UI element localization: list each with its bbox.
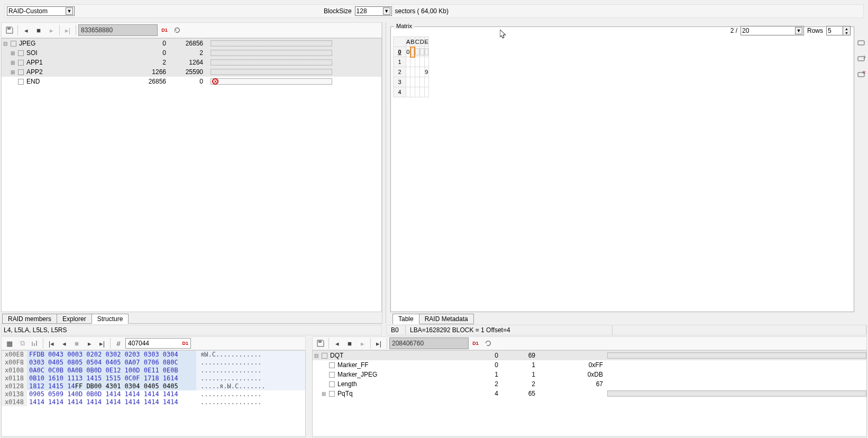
- matrix-grid[interactable]: A B C D E 0 0 1: [393, 36, 429, 267]
- checkbox[interactable]: [11, 41, 16, 47]
- matrix-cell[interactable]: [424, 77, 428, 87]
- tab-explorer[interactable]: Explorer: [57, 314, 92, 324]
- struct-row[interactable]: ⊞PqTq465: [313, 389, 866, 398]
- checkbox[interactable]: [322, 353, 327, 359]
- matrix-cell[interactable]: [410, 57, 415, 67]
- checkbox[interactable]: [329, 381, 335, 387]
- matrix-row-header[interactable]: 3: [394, 77, 406, 87]
- step-forward-icon[interactable]: ▸: [45, 24, 57, 36]
- save-icon[interactable]: [315, 337, 326, 349]
- matrix-row-header[interactable]: 2: [394, 67, 406, 77]
- checkbox[interactable]: [329, 362, 335, 368]
- expand-icon[interactable]: ⊞: [320, 391, 327, 397]
- hex-line[interactable]: x00F80303 0405 0805 0504 0405 0A07 0706 …: [2, 359, 305, 367]
- matrix-cell[interactable]: [410, 87, 415, 97]
- stop-icon[interactable]: ■: [344, 337, 355, 349]
- matrix-cell[interactable]: [419, 87, 424, 97]
- disk-red-icon[interactable]: D1: [159, 24, 170, 36]
- hex-line[interactable]: x01180B10 1610 1113 1415 1515 0C0F 1718 …: [2, 375, 305, 382]
- structure-tree[interactable]: ⊟ JPEG 0 26856 ⊞ SOI 0 2 ⊞ APP1: [1, 38, 382, 312]
- matrix-row-header[interactable]: 1: [394, 57, 406, 67]
- matrix-cell[interactable]: [419, 67, 424, 77]
- collapse-icon[interactable]: ⊟: [2, 41, 9, 47]
- matrix-cell[interactable]: [419, 77, 424, 87]
- chevron-down-icon[interactable]: ▼: [66, 7, 73, 15]
- spinner-down-icon[interactable]: ▼: [843, 31, 850, 35]
- matrix-cell[interactable]: [410, 67, 415, 77]
- matrix-cell[interactable]: [415, 57, 419, 67]
- skip-start-icon[interactable]: |◂: [45, 337, 57, 349]
- matrix-cell[interactable]: [419, 57, 424, 67]
- spinner-up-icon[interactable]: ▲: [843, 26, 850, 31]
- struct-row[interactable]: Length2267: [313, 379, 866, 389]
- matrix-cell[interactable]: [406, 87, 410, 97]
- tab-table[interactable]: Table: [392, 314, 419, 324]
- struct-offset-input[interactable]: 208406760: [389, 337, 469, 349]
- stop-icon[interactable]: ■: [71, 337, 83, 349]
- matrix-cell[interactable]: 9: [424, 67, 428, 77]
- offset-input[interactable]: 833658880: [78, 24, 158, 36]
- tab-raid-metadata[interactable]: RAID Metadata: [419, 314, 474, 324]
- stop-icon[interactable]: ■: [33, 24, 44, 36]
- matrix-cell[interactable]: [406, 67, 410, 77]
- tab-raid-members[interactable]: RAID members: [2, 314, 57, 324]
- matrix-row-header[interactable]: 0: [394, 47, 406, 57]
- hex-line[interactable]: x00E8FFDB 0043 0003 0202 0302 0203 0303 …: [2, 351, 305, 359]
- step-forward-icon[interactable]: ▸: [357, 337, 368, 349]
- struct-row[interactable]: Marker_JPEG110xDB: [313, 370, 866, 379]
- matrix-col-header[interactable]: A: [406, 37, 410, 47]
- matrix-col-header[interactable]: C: [415, 37, 419, 47]
- matrix-cell-active[interactable]: [410, 47, 415, 57]
- add-disk-icon[interactable]: [856, 37, 867, 49]
- skip-end-icon[interactable]: ▸|: [373, 337, 385, 349]
- checkbox[interactable]: [329, 372, 335, 378]
- bottom-splitter[interactable]: [306, 336, 310, 437]
- disk-red-icon[interactable]: D1: [470, 337, 481, 349]
- matrix-cell[interactable]: [424, 87, 428, 97]
- hex-line[interactable]: x01380905 0509 140D 0B0D 1414 1414 1414 …: [2, 390, 305, 398]
- checkbox[interactable]: [329, 391, 335, 397]
- tab-structure[interactable]: Structure: [92, 314, 129, 324]
- chevron-down-icon[interactable]: ▼: [795, 27, 802, 34]
- matrix-cell[interactable]: 0: [406, 47, 410, 57]
- hex-line[interactable]: x01080A0C 0C0B 0A0B 0B0D 0E12 100D 0E11 …: [2, 367, 305, 375]
- tree-row[interactable]: END 26856 0 ✕: [2, 77, 381, 86]
- matrix-cell[interactable]: [415, 87, 419, 97]
- matrix-cell[interactable]: [406, 57, 410, 67]
- delete-disk-icon[interactable]: [856, 69, 867, 80]
- matrix-cell[interactable]: [415, 47, 419, 57]
- expand-icon[interactable]: ⊞: [9, 60, 16, 66]
- blocksize-select[interactable]: 128 ▼: [355, 6, 392, 16]
- matrix-col-header[interactable]: E: [424, 37, 428, 47]
- chevron-down-icon[interactable]: ▼: [383, 7, 390, 15]
- step-forward-icon[interactable]: ▸: [84, 337, 95, 349]
- rows-spinner[interactable]: 5 ▲▼: [826, 26, 851, 35]
- checkbox[interactable]: [18, 79, 24, 85]
- skip-end-icon[interactable]: ▸|: [96, 337, 108, 349]
- hash-icon[interactable]: #: [113, 337, 124, 349]
- hex-view[interactable]: x00E8FFDB 0043 0003 0202 0302 0203 0303 …: [1, 350, 306, 437]
- sector-input[interactable]: 407044D1: [125, 338, 191, 349]
- copy-icon[interactable]: ⧉: [16, 337, 28, 349]
- matrix-col-header[interactable]: B: [410, 37, 415, 47]
- struct-row-root[interactable]: ⊟ DQT 0 69: [313, 351, 866, 360]
- collapse-icon[interactable]: ⊟: [313, 353, 320, 359]
- matrix-cell[interactable]: [415, 77, 419, 87]
- raid-mode-select[interactable]: RAID-Custom ▼: [7, 6, 75, 16]
- hex-line[interactable]: x01281812 1415 14FF DB00 4301 0304 0405 …: [2, 382, 305, 390]
- step-back-icon[interactable]: ◂: [58, 337, 70, 349]
- matrix-row-header[interactable]: 4: [394, 87, 406, 97]
- checkbox[interactable]: [18, 69, 24, 75]
- matrix-total-select[interactable]: 20▼: [741, 26, 804, 35]
- tree-row-root[interactable]: ⊟ JPEG 0 26856: [2, 39, 381, 48]
- matrix-cell[interactable]: [424, 57, 428, 67]
- tree-row[interactable]: ⊞ APP2 1266 25590: [2, 67, 381, 77]
- matrix-cell[interactable]: [419, 47, 424, 57]
- step-back-icon[interactable]: ◂: [20, 24, 32, 36]
- remove-disk-icon[interactable]: [856, 53, 867, 65]
- matrix-cell[interactable]: [406, 77, 410, 87]
- checkbox[interactable]: [18, 60, 24, 66]
- struct-tree[interactable]: ⊟ DQT 0 69 Marker_FF010xFFMarker_JPEG110…: [312, 350, 867, 437]
- refresh-icon[interactable]: [171, 24, 183, 36]
- step-back-icon[interactable]: ◂: [331, 337, 343, 349]
